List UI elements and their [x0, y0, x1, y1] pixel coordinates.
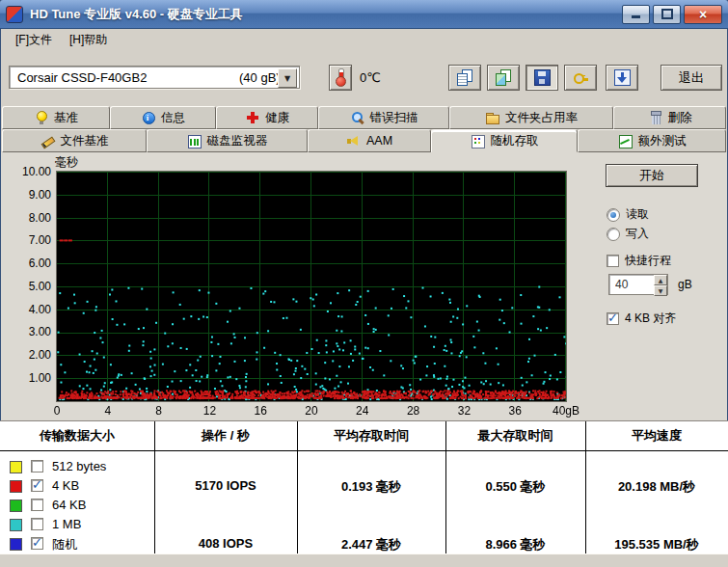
short-stroke-option[interactable]: 快捷行程 [607, 253, 671, 269]
iops-value: 5170 IOPS [154, 478, 297, 493]
tab-file-benchmark[interactable]: 文件基准 [2, 129, 147, 152]
keys-icon [573, 70, 589, 85]
max-access-value: 8.966 毫秒 [445, 536, 585, 554]
short-stroke-checkbox[interactable] [607, 255, 619, 267]
speaker-icon [346, 134, 361, 148]
copy-image-icon [496, 69, 512, 86]
x-tick-label: 32 [458, 404, 471, 418]
lamp-icon [34, 111, 48, 124]
max-access-value: 0.550 毫秒 [445, 478, 585, 496]
erase-icon [648, 111, 662, 124]
tab-folder-usage[interactable]: 文件夹占用率 [449, 106, 613, 129]
tab-label: 文件夹占用率 [505, 110, 578, 126]
bar-chart-icon [187, 134, 202, 148]
column-header: 平均速度 [585, 421, 728, 450]
access-time-chart [57, 172, 566, 401]
read-label: 读取 [626, 206, 649, 223]
drive-select[interactable]: Corsair CSSD-F40GB2 (40 gB) ▼ [9, 66, 300, 89]
column-header: 最大存取时间 [445, 421, 585, 450]
thermometer-icon [336, 68, 345, 87]
menu-help[interactable]: [H]帮助 [61, 29, 116, 51]
close-button[interactable]: × [684, 5, 722, 24]
copy-image-button[interactable] [487, 65, 520, 91]
maximize-button[interactable] [653, 5, 681, 24]
read-option[interactable]: 读取 [607, 206, 649, 223]
tab-health[interactable]: 健康 [216, 106, 318, 129]
row-checkbox[interactable] [31, 518, 43, 530]
row-checkbox[interactable] [31, 460, 43, 472]
copy-icon [457, 69, 473, 86]
tab-benchmark[interactable]: 基准 [2, 106, 110, 129]
drive-size: (40 gB) [239, 70, 281, 85]
tab-label: 错误扫描 [370, 110, 418, 126]
chevron-down-icon[interactable]: ▼ [278, 68, 297, 88]
y-tick-label: 5.00 [29, 280, 51, 293]
update-button[interactable] [606, 65, 638, 91]
align-label: 4 KB 对齐 [625, 310, 676, 327]
temperature-button[interactable] [329, 65, 352, 91]
tab-disk-monitor[interactable]: 磁盘监视器 [147, 129, 308, 152]
y-axis-labels: 10.009.008.007.006.005.004.003.002.001.0… [9, 165, 51, 385]
tab-aam[interactable]: AAM [308, 129, 431, 152]
x-tick-label: 12 [203, 404, 216, 418]
y-tick-label: 2.00 [29, 348, 51, 362]
x-tick-label: 36 [509, 404, 522, 418]
row-checkbox[interactable] [31, 499, 43, 511]
start-button[interactable]: 开始 [606, 164, 698, 187]
magnifier-icon [350, 111, 364, 124]
spin-down-icon[interactable]: ▼ [654, 285, 667, 296]
tab-row-1: 基准 信息 健康 错误扫描 文件夹占用率 删除 [2, 106, 726, 129]
save-screenshot-button[interactable] [526, 65, 558, 91]
header-divider [0, 450, 728, 451]
write-option[interactable]: 写入 [607, 226, 649, 242]
options-button[interactable] [564, 65, 597, 91]
folder-icon [485, 111, 499, 124]
x-axis-labels: 0481216202428323640gB [57, 404, 566, 418]
capacity-spinner[interactable]: ▲ ▼ [654, 275, 667, 294]
series-color-swatch [10, 461, 22, 473]
x-tick-label: 4 [104, 404, 111, 418]
tab-extra-tests[interactable]: 额外测试 [578, 129, 726, 152]
align-option[interactable]: 4 KB 对齐 [607, 310, 676, 327]
column-header: 平均存取时间 [297, 421, 445, 450]
series-color-swatch [10, 480, 22, 493]
minimize-icon [632, 15, 640, 18]
minimize-button[interactable] [622, 5, 650, 24]
health-cross-icon [245, 111, 259, 124]
y-tick-label: 3.00 [29, 325, 51, 338]
copy-text-button[interactable] [448, 65, 481, 91]
row-checkbox[interactable] [31, 537, 43, 550]
save-icon [534, 69, 551, 86]
y-tick-label: 4.00 [29, 303, 51, 316]
avg-speed-value: 195.535 MB/秒 [585, 536, 728, 554]
download-icon [614, 69, 631, 86]
row-label: 512 bytes [52, 459, 106, 473]
align-checkbox[interactable] [607, 312, 619, 325]
tab-info[interactable]: 信息 [110, 106, 216, 129]
spin-up-icon[interactable]: ▲ [654, 275, 667, 285]
read-radio[interactable] [607, 208, 620, 222]
y-axis-title: 毫秒 [55, 154, 78, 171]
menubar: [F]文件 [H]帮助 [1, 29, 727, 50]
tab-label: 删除 [668, 110, 692, 126]
row-checkbox[interactable] [31, 479, 43, 492]
hd-tune-window: { "window": { "title": "HD Tune 专业版 v4.6… [0, 0, 728, 567]
x-tick-label: 28 [407, 404, 419, 418]
write-radio[interactable] [607, 228, 620, 241]
tab-label: 信息 [161, 110, 185, 126]
status-strip [0, 554, 728, 567]
exit-label: 退出 [679, 69, 704, 87]
x-tick-label: 16 [255, 404, 267, 418]
menu-file[interactable]: [F]文件 [7, 29, 61, 51]
random-grid-icon [471, 134, 485, 148]
tab-error-scan[interactable]: 错误扫描 [318, 106, 449, 129]
tab-label: 基准 [54, 110, 78, 126]
tab-erase[interactable]: 删除 [613, 106, 726, 129]
tab-random-access[interactable]: 随机存取 [431, 129, 578, 152]
series-color-swatch [10, 519, 22, 531]
tab-label: 额外测试 [638, 133, 687, 149]
exit-button[interactable]: 退出 [661, 65, 722, 91]
toolbar: Corsair CSSD-F40GB2 (40 gB) ▼ 0℃ 退出 [1, 50, 727, 106]
capacity-input-group: ▲ ▼ [608, 274, 668, 295]
y-tick-label: 1.00 [29, 371, 51, 385]
